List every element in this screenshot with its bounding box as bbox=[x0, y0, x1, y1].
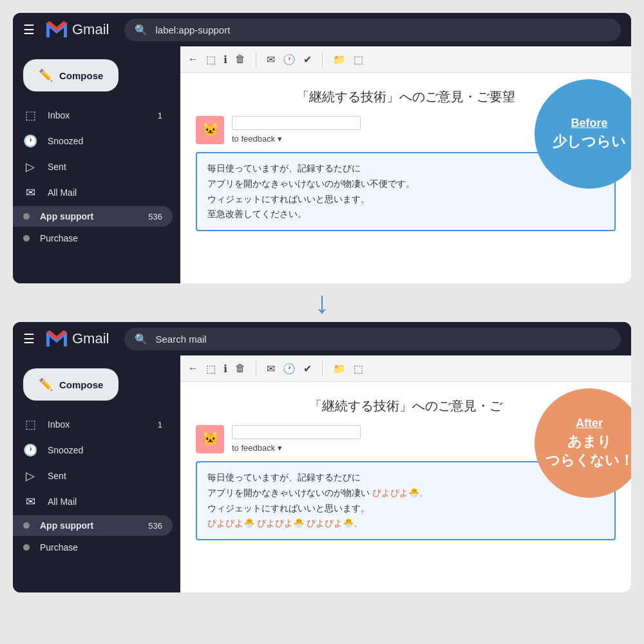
search-text-after: Search mail bbox=[155, 334, 206, 345]
gmail-m-logo bbox=[45, 18, 68, 41]
sidebar-item-sent-after[interactable]: ▷ Sent bbox=[13, 464, 173, 488]
email-to-before: to feedback ▾ bbox=[232, 134, 361, 144]
clock-icon-after[interactable]: 🕐 bbox=[283, 363, 296, 375]
email-icon[interactable]: ✉ bbox=[267, 53, 275, 66]
sidebar-item-snoozed-after[interactable]: 🕐 Snoozed bbox=[13, 438, 173, 462]
svg-text:🐱: 🐱 bbox=[202, 430, 220, 447]
toolbar-divider2 bbox=[322, 52, 323, 67]
more-icon[interactable]: ⬚ bbox=[354, 53, 363, 66]
email-to-after: to feedback ▾ bbox=[232, 443, 361, 453]
sent-label-before: Sent bbox=[48, 162, 162, 172]
sidebar-item-sent-before[interactable]: ▷ Sent bbox=[13, 155, 173, 179]
sidebar-item-appsupport-after[interactable]: App support 536 bbox=[13, 515, 173, 536]
to-dropdown-icon-after[interactable]: ▾ bbox=[278, 443, 282, 453]
snooze-icon: 🕐 bbox=[23, 134, 37, 148]
compose-pencil-icon: ✏️ bbox=[39, 68, 53, 82]
sidebar-item-purchase-before[interactable]: Purchase bbox=[13, 228, 173, 249]
main-area-after: ✏️ Compose ⬚ Inbox 1 🕐 Snoozed ▷ Sent ✉ … bbox=[13, 355, 631, 592]
search-text-before: label:app-support bbox=[155, 24, 230, 35]
task-icon[interactable]: ✔ bbox=[303, 53, 312, 66]
to-label-after: to feedback bbox=[232, 443, 275, 453]
folder-icon[interactable]: 📁 bbox=[333, 53, 346, 66]
appsupport-label-before: App support bbox=[40, 211, 138, 222]
delete-icon-after[interactable]: 🗑 bbox=[235, 363, 245, 374]
delete-icon[interactable]: 🗑 bbox=[235, 53, 245, 65]
before-badge-title: Before bbox=[571, 117, 607, 130]
svg-text:🐱: 🐱 bbox=[202, 120, 220, 138]
sidebar-item-inbox-after[interactable]: ⬚ Inbox 1 bbox=[13, 412, 173, 437]
inbox-badge-after: 1 bbox=[158, 420, 162, 430]
toolbar-divider-after bbox=[256, 361, 256, 376]
avatar-before: 🐱 bbox=[196, 116, 224, 144]
gmail-logo-after: Gmail bbox=[45, 327, 109, 350]
compose-label-after: Compose bbox=[59, 379, 103, 390]
search-bar-before[interactable]: 🔍 label:app-support bbox=[124, 19, 621, 41]
gmail-label-before: Gmail bbox=[72, 21, 109, 38]
allmail-label-after: All Mail bbox=[48, 497, 162, 507]
content-line1-after: 毎日使っていますが、記録するたびに bbox=[207, 472, 361, 482]
gmail-label-after: Gmail bbox=[72, 330, 109, 347]
arrow-section: ↓ bbox=[13, 283, 631, 322]
email-subject-field-after bbox=[232, 425, 361, 439]
to-dropdown-icon[interactable]: ▾ bbox=[278, 134, 282, 144]
toolbar-after: ← ⬚ ℹ 🗑 ✉ 🕐 ✔ 📁 ⬚ bbox=[180, 355, 631, 382]
email-body-after: 「継続する技術」へのご意見・ご 🐱 to feedback ▾ bbox=[180, 382, 631, 592]
task-icon-after[interactable]: ✔ bbox=[303, 363, 312, 375]
sent-icon: ▷ bbox=[23, 160, 37, 174]
sent-label-after: Sent bbox=[48, 471, 162, 481]
report-icon[interactable]: ℹ bbox=[223, 53, 227, 66]
content-line2-orange: ぴよぴよ🐣。 bbox=[372, 488, 428, 498]
report-icon-after[interactable]: ℹ bbox=[223, 363, 227, 375]
sidebar-item-inbox-before[interactable]: ⬚ Inbox 1 bbox=[13, 103, 173, 128]
email-area-before: ← ⬚ ℹ 🗑 ✉ 🕐 ✔ 📁 ⬚ 「継続する技術」へのご意見・ご要望 bbox=[180, 46, 631, 283]
sidebar-item-allmail-before[interactable]: ✉ All Mail bbox=[13, 180, 173, 205]
before-panel: ☰ Gmail 🔍 label:app-support ✏️ C bbox=[13, 13, 631, 283]
compose-button-before[interactable]: ✏️ Compose bbox=[23, 59, 118, 91]
snoozed-label-before: Snoozed bbox=[48, 136, 162, 146]
compose-pencil-icon-after: ✏️ bbox=[39, 377, 53, 392]
top-bar-after: ☰ Gmail 🔍 Search mail bbox=[13, 322, 631, 355]
snoozed-label-after: Snoozed bbox=[48, 445, 162, 455]
sidebar-item-appsupport-before[interactable]: App support 536 bbox=[13, 206, 173, 227]
inbox-label-after: Inbox bbox=[48, 419, 147, 430]
sidebar-before: ✏️ Compose ⬚ Inbox 1 🕐 Snoozed ▷ Sent ✉ bbox=[13, 46, 180, 283]
hamburger-icon[interactable]: ☰ bbox=[23, 22, 35, 37]
toolbar-divider bbox=[256, 52, 256, 67]
hamburger-icon-after[interactable]: ☰ bbox=[23, 331, 35, 346]
email-meta-after: to feedback ▾ bbox=[232, 425, 361, 453]
archive-icon[interactable]: ⬚ bbox=[206, 53, 216, 66]
allmail-label-before: All Mail bbox=[48, 187, 162, 198]
compose-label-before: Compose bbox=[59, 70, 103, 81]
snooze-icon-after: 🕐 bbox=[23, 443, 37, 457]
main-area-before: ✏️ Compose ⬚ Inbox 1 🕐 Snoozed ▷ Sent ✉ bbox=[13, 46, 631, 283]
back-icon-after[interactable]: ← bbox=[188, 363, 198, 374]
inbox-badge-before: 1 bbox=[158, 111, 162, 120]
email-icon-after[interactable]: ✉ bbox=[267, 363, 275, 375]
archive-icon-after[interactable]: ⬚ bbox=[206, 363, 216, 375]
search-bar-after[interactable]: 🔍 Search mail bbox=[124, 328, 621, 350]
search-icon-before: 🔍 bbox=[135, 24, 147, 36]
down-arrow-icon: ↓ bbox=[314, 287, 330, 318]
email-body-before: 「継続する技術」へのご意見・ご要望 🐱 to feedback ▾ bbox=[180, 73, 631, 283]
sent-icon-after: ▷ bbox=[23, 469, 37, 483]
inbox-icon: ⬚ bbox=[23, 108, 37, 122]
sidebar-item-purchase-after[interactable]: Purchase bbox=[13, 537, 173, 558]
appsupport-badge-after: 536 bbox=[148, 521, 162, 531]
sidebar-item-snoozed-before[interactable]: 🕐 Snoozed bbox=[13, 129, 173, 153]
after-badge-title: After bbox=[576, 417, 603, 430]
back-icon[interactable]: ← bbox=[188, 53, 198, 65]
to-label-before: to feedback bbox=[232, 134, 275, 144]
folder-icon-after[interactable]: 📁 bbox=[333, 363, 346, 375]
toolbar-divider2-after bbox=[322, 361, 323, 376]
email-subject-field bbox=[232, 116, 361, 130]
avatar-svg-after: 🐱 bbox=[196, 425, 224, 453]
more-icon-after[interactable]: ⬚ bbox=[354, 363, 363, 375]
content-line3-after: ウィジェットにすればいいと思います。 bbox=[207, 503, 370, 513]
compose-button-after[interactable]: ✏️ Compose bbox=[23, 368, 118, 401]
sidebar-item-allmail-after[interactable]: ✉ All Mail bbox=[13, 489, 173, 514]
allmail-icon: ✉ bbox=[23, 185, 37, 200]
email-meta-before: to feedback ▾ bbox=[232, 116, 361, 144]
email-area-after: ← ⬚ ℹ 🗑 ✉ 🕐 ✔ 📁 ⬚ 「継続する技術」へのご意見・ご bbox=[180, 355, 631, 592]
clock-icon[interactable]: 🕐 bbox=[283, 53, 296, 66]
search-icon-after: 🔍 bbox=[135, 333, 147, 345]
